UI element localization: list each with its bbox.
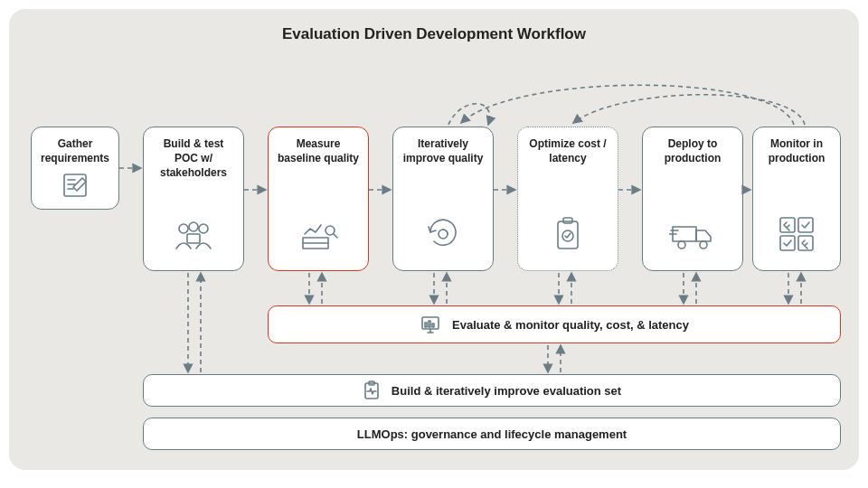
svg-rect-21 bbox=[780, 218, 795, 232]
bar-evaluate-monitor: Evaluate & monitor quality, cost, & late… bbox=[268, 305, 841, 343]
svg-rect-24 bbox=[798, 236, 813, 250]
svg-point-17 bbox=[678, 241, 685, 249]
svg-line-11 bbox=[334, 234, 337, 238]
monitor-chart-icon bbox=[420, 314, 441, 335]
step-iteratively-improve: Iteratively improve quality bbox=[392, 127, 494, 271]
step-gather-requirements: Gather requirements bbox=[31, 127, 119, 210]
refresh-cycle-icon bbox=[423, 214, 463, 254]
svg-rect-7 bbox=[187, 234, 200, 243]
svg-point-4 bbox=[179, 224, 188, 233]
diagram-canvas: Evaluation Driven Development Workflow G… bbox=[9, 9, 859, 470]
clipboard-pulse-icon bbox=[363, 380, 381, 400]
step-measure-baseline: Measure baseline quality bbox=[268, 127, 369, 271]
diagram-title: Evaluation Driven Development Workflow bbox=[9, 25, 859, 43]
step-optimize-cost-latency: Optimize cost / latency bbox=[517, 127, 618, 271]
svg-rect-23 bbox=[780, 236, 795, 250]
svg-rect-29 bbox=[429, 321, 430, 327]
stakeholders-icon bbox=[171, 218, 216, 254]
step-label: Monitor in production bbox=[769, 137, 826, 164]
step-monitor-production: Monitor in production bbox=[752, 127, 841, 271]
bar-build-eval-set: Build & iteratively improve evaluation s… bbox=[143, 374, 841, 407]
clipboard-check-icon bbox=[551, 214, 585, 254]
step-build-test-poc: Build & test POC w/ stakeholders bbox=[143, 127, 244, 271]
form-pencil-icon bbox=[59, 169, 91, 202]
bar-label: Build & iteratively improve evaluation s… bbox=[392, 384, 621, 398]
bar-llmops: LLMOps: governance and lifecycle managem… bbox=[143, 418, 841, 450]
svg-point-5 bbox=[199, 224, 208, 233]
svg-point-6 bbox=[189, 222, 198, 231]
svg-rect-14 bbox=[563, 218, 572, 223]
step-label: Iteratively improve quality bbox=[403, 137, 484, 164]
step-deploy-production: Deploy to production bbox=[642, 127, 743, 271]
svg-rect-28 bbox=[425, 323, 427, 327]
step-label: Optimize cost / latency bbox=[529, 137, 606, 164]
bar-label: Evaluate & monitor quality, cost, & late… bbox=[452, 318, 689, 332]
step-label: Build & test POC w/ stakeholders bbox=[160, 137, 227, 179]
bar-label: LLMOps: governance and lifecycle managem… bbox=[357, 427, 627, 441]
step-label: Gather requirements bbox=[41, 137, 109, 164]
truck-icon bbox=[669, 220, 716, 252]
svg-rect-22 bbox=[798, 218, 813, 232]
analytics-icon bbox=[297, 218, 339, 254]
step-label: Deploy to production bbox=[665, 137, 722, 164]
dashboard-grid-icon bbox=[777, 214, 816, 254]
step-label: Measure baseline quality bbox=[278, 137, 359, 164]
svg-rect-13 bbox=[558, 221, 578, 249]
svg-point-18 bbox=[700, 241, 707, 249]
svg-rect-30 bbox=[432, 324, 434, 327]
